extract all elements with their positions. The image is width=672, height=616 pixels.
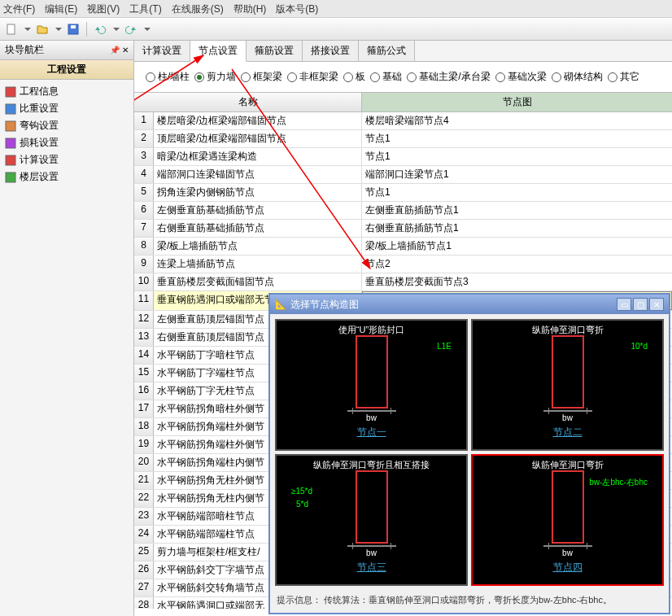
nav-item[interactable]: 楼层设置: [5, 168, 129, 186]
menu-bar: 文件(F) 编辑(E) 视图(V) 工具(T) 在线服务(S) 帮助(H) 版本…: [0, 0, 672, 18]
menu-tool[interactable]: 工具(T): [129, 2, 161, 15]
row-number: 25: [134, 544, 154, 561]
tab-2[interactable]: 箍筋设置: [247, 41, 303, 61]
radio-item[interactable]: 柱/墙柱: [146, 70, 190, 84]
diagram-link[interactable]: 节点一: [357, 426, 386, 439]
menu-file[interactable]: 文件(F): [3, 2, 35, 15]
radio-icon: [343, 72, 353, 82]
row-node[interactable]: 垂直筋楼层变截面节点3: [362, 273, 672, 291]
tab-1[interactable]: 节点设置: [190, 41, 247, 62]
tab-4[interactable]: 箍筋公式: [359, 41, 415, 61]
open-dropdown-icon[interactable]: [55, 28, 62, 31]
nav-item-icon: [5, 103, 16, 115]
radio-item[interactable]: 其它: [608, 70, 639, 84]
undo-icon[interactable]: [94, 23, 107, 36]
diagram-option[interactable]: 纵筋伸至洞口弯折10*dbw节点二: [471, 319, 664, 451]
radio-icon: [287, 72, 297, 82]
nav-item[interactable]: 工程信息: [5, 83, 129, 100]
radio-label: 砌体结构: [564, 70, 603, 84]
radio-icon: [495, 72, 505, 82]
row-number: 23: [134, 508, 154, 525]
tab-0[interactable]: 计算设置: [134, 41, 190, 61]
svg-rect-7: [6, 155, 15, 165]
diagram-bw-label: bw: [366, 548, 377, 557]
diagram-link[interactable]: 节点四: [553, 561, 583, 574]
left-panel-title: 块导航栏 📌 ✕: [0, 41, 133, 60]
save-icon[interactable]: [67, 23, 80, 36]
table-row[interactable]: 3暗梁/边框梁遇连梁构造节点1: [134, 148, 672, 166]
table-row[interactable]: 7右侧垂直筋基础插筋节点右侧垂直筋插筋节点1: [134, 220, 672, 238]
row-node[interactable]: 端部洞口连梁节点1: [362, 166, 672, 183]
row-node[interactable]: 梁/板上墙插筋节点1: [362, 238, 672, 255]
diagram-link[interactable]: 节点二: [553, 426, 583, 439]
radio-item[interactable]: 基础: [370, 70, 402, 84]
nav-item-icon: [5, 172, 16, 183]
menu-version[interactable]: 版本号(B): [276, 2, 318, 15]
radio-item[interactable]: 框架梁: [241, 70, 282, 84]
row-number: 11: [134, 291, 154, 310]
radio-item[interactable]: 非框架梁: [287, 70, 338, 84]
tab-3[interactable]: 搭接设置: [303, 41, 359, 61]
undo-dropdown-icon[interactable]: [113, 28, 120, 31]
menu-online[interactable]: 在线服务(S): [172, 2, 224, 15]
table-row[interactable]: 1楼层暗梁/边框梁端部锚固节点楼层暗梁端部节点4: [134, 112, 672, 130]
svg-rect-5: [6, 121, 15, 131]
row-number: 10: [134, 273, 154, 291]
diagram-option[interactable]: 使用“U”形筋封口L1Ebw节点一: [275, 319, 468, 451]
popup-maximize-icon[interactable]: ▢: [633, 298, 648, 311]
row-number: 6: [134, 202, 154, 219]
nav-item-icon: [5, 138, 16, 149]
popup-hint: 提示信息： 传统算法：垂直钢筋伸至洞口或端部弯折，弯折长度为bw-左bhc-右b…: [270, 591, 669, 609]
row-name: 连梁上墙插筋节点: [154, 256, 362, 273]
row-node[interactable]: 节点1: [362, 130, 672, 147]
row-number: 8: [134, 238, 154, 255]
row-node[interactable]: 节点2: [362, 256, 672, 273]
row-number: 12: [134, 311, 154, 328]
popup-titlebar[interactable]: 📐 选择节点构造图 ▭ ▢ ✕: [270, 295, 669, 314]
radio-label: 基础主梁/承台梁: [419, 70, 490, 84]
diagram-bw-label: bw: [366, 413, 377, 422]
menu-view[interactable]: 视图(V): [87, 2, 120, 15]
menu-edit[interactable]: 编辑(E): [45, 2, 77, 15]
row-number: 24: [134, 526, 154, 543]
radio-item[interactable]: 砌体结构: [552, 70, 603, 84]
table-row[interactable]: 4端部洞口连梁锚固节点端部洞口连梁节点1: [134, 166, 672, 184]
row-name: 顶层暗梁/边框梁端部锚固节点: [154, 130, 362, 147]
popup-close-icon[interactable]: ✕: [649, 298, 664, 311]
row-node[interactable]: 节点1: [362, 148, 672, 165]
nav-item[interactable]: 损耗设置: [5, 134, 129, 151]
row-node[interactable]: 左侧垂直筋插筋节点1: [362, 202, 672, 219]
radio-item[interactable]: 基础次梁: [495, 70, 547, 84]
table-row[interactable]: 10垂直筋楼层变截面锚固节点垂直筋楼层变截面节点3: [134, 273, 672, 291]
svg-rect-0: [7, 24, 15, 34]
diagram-link[interactable]: 节点三: [357, 561, 386, 574]
redo-dropdown-icon[interactable]: [144, 28, 151, 31]
new-dropdown-icon[interactable]: [24, 28, 31, 31]
diagram-option[interactable]: 纵筋伸至洞口弯折且相互搭接≥15*d5*dbw节点三: [275, 454, 468, 586]
radio-item[interactable]: 基础主梁/承台梁: [407, 70, 490, 84]
diagram-base: [543, 410, 592, 412]
row-node[interactable]: 节点1: [362, 184, 672, 201]
new-doc-icon[interactable]: [5, 23, 18, 36]
redo-icon[interactable]: [124, 23, 137, 36]
table-row[interactable]: 6左侧垂直筋基础插筋节点左侧垂直筋插筋节点1: [134, 202, 672, 220]
table-row[interactable]: 8梁/板上墙插筋节点梁/板上墙插筋节点1: [134, 238, 672, 256]
row-number: 7: [134, 220, 154, 237]
menu-help[interactable]: 帮助(H): [233, 2, 267, 15]
nav-item[interactable]: 弯钩设置: [5, 117, 129, 134]
table-row[interactable]: 2顶层暗梁/边框梁端部锚固节点节点1: [134, 130, 672, 148]
radio-item[interactable]: 剪力墙: [194, 70, 236, 84]
open-icon[interactable]: [36, 23, 49, 36]
table-row[interactable]: 9连梁上墙插筋节点节点2: [134, 256, 672, 273]
row-number: 17: [134, 400, 154, 417]
left-panel-subtitle[interactable]: 工程设置: [0, 60, 133, 80]
popup-minimize-icon[interactable]: ▭: [617, 298, 631, 311]
pin-icon[interactable]: 📌 ✕: [110, 46, 129, 55]
radio-item[interactable]: 板: [343, 70, 365, 84]
nav-item[interactable]: 比重设置: [5, 100, 129, 117]
table-row[interactable]: 5拐角连梁内侧钢筋节点节点1: [134, 184, 672, 202]
diagram-option[interactable]: 纵筋伸至洞口弯折bw-左bhc-右bhcbw节点四: [471, 454, 664, 586]
row-node[interactable]: 右侧垂直筋插筋节点1: [362, 220, 672, 237]
nav-item[interactable]: 计算设置: [5, 151, 129, 168]
row-node[interactable]: 楼层暗梁端部节点4: [362, 112, 672, 129]
